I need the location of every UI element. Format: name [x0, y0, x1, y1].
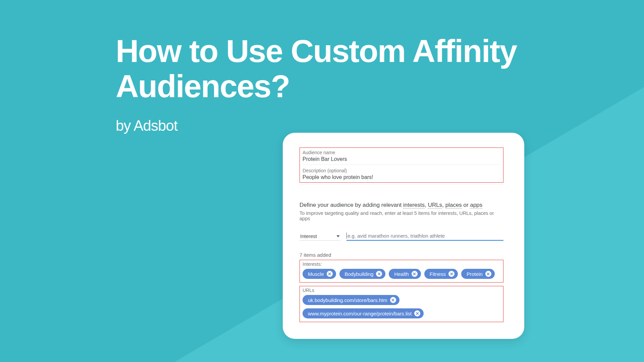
- close-icon[interactable]: ✕: [390, 297, 396, 303]
- highlight-box-name-description: Audience name Protein Bar Lovers Descrip…: [300, 147, 503, 183]
- define-audience-instruction: Define your audience by adding relevant …: [300, 202, 503, 208]
- chip-label: Fitness: [430, 271, 446, 277]
- chip-label: www.myprotein.com/our-range/protein/bars…: [308, 311, 412, 316]
- items-added-count: 7 items added: [300, 252, 503, 258]
- chip-label: Protein: [467, 271, 483, 277]
- chevron-down-icon: [336, 235, 340, 237]
- close-icon[interactable]: ✕: [485, 271, 491, 277]
- chip-label: Muscle: [308, 271, 324, 277]
- interests-chip-row: Muscle✕Bodybuilding✕Health✕Fitness✕Prote…: [303, 269, 500, 279]
- close-icon[interactable]: ✕: [414, 310, 420, 316]
- close-icon[interactable]: ✕: [327, 271, 333, 277]
- interest-chip[interactable]: Muscle✕: [303, 269, 336, 279]
- close-icon[interactable]: ✕: [448, 271, 454, 277]
- text-cursor: [346, 233, 347, 239]
- urls-chip-row: uk.bodybuilding.com/store/bars.htm✕www.m…: [303, 295, 500, 318]
- description-label: Description (optional): [303, 168, 500, 173]
- page-title: How to Use Custom Affinity Audiences?: [116, 34, 528, 104]
- audience-editor-card: Audience name Protein Bar Lovers Descrip…: [283, 133, 524, 339]
- byline: by Adsbot: [116, 117, 177, 134]
- interest-input[interactable]: [347, 233, 503, 239]
- close-icon[interactable]: ✕: [376, 271, 382, 277]
- url-chip[interactable]: uk.bodybuilding.com/store/bars.htm✕: [303, 295, 399, 305]
- interest-chip[interactable]: Fitness✕: [424, 269, 458, 279]
- audience-name-label: Audience name: [303, 150, 500, 155]
- url-chip[interactable]: www.myprotein.com/our-range/protein/bars…: [303, 308, 424, 318]
- divider: [300, 184, 503, 184]
- chip-label: Bodybuilding: [345, 271, 374, 277]
- highlight-box-urls: URLs uk.bodybuilding.com/store/bars.htm✕…: [300, 286, 503, 322]
- highlight-box-interests: Interests: Muscle✕Bodybuilding✕Health✕Fi…: [300, 260, 503, 283]
- targeting-quality-hint: To improve targeting quality and reach, …: [300, 210, 503, 221]
- interests-group-label: Interests:: [303, 261, 500, 267]
- signal-type-select-label: Interest: [300, 233, 317, 239]
- interest-chip[interactable]: Protein✕: [461, 269, 495, 279]
- interest-input-wrap[interactable]: [346, 232, 503, 241]
- divider: [303, 164, 500, 165]
- interest-chip[interactable]: Health✕: [389, 269, 421, 279]
- interest-chip[interactable]: Bodybuilding✕: [339, 269, 386, 279]
- urls-group-label: URLs: [303, 288, 500, 293]
- close-icon[interactable]: ✕: [412, 271, 418, 277]
- audience-name-input[interactable]: Protein Bar Lovers: [303, 156, 500, 162]
- chip-label: uk.bodybuilding.com/store/bars.htm: [308, 297, 387, 303]
- signal-type-select[interactable]: Interest: [300, 232, 340, 241]
- chip-label: Health: [394, 271, 409, 277]
- description-input[interactable]: People who love protein bars!: [303, 174, 500, 180]
